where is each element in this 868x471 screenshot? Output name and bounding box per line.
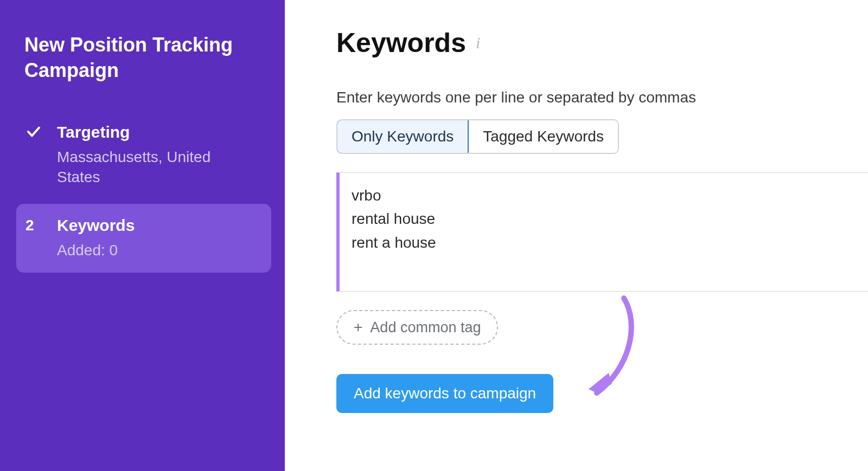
- tab-only-keywords[interactable]: Only Keywords: [336, 119, 469, 154]
- instruction-text: Enter keywords one per line or separated…: [336, 89, 868, 106]
- info-icon[interactable]: i: [476, 34, 480, 52]
- tab-tagged-keywords[interactable]: Tagged Keywords: [468, 120, 618, 153]
- plus-icon: +: [354, 319, 362, 336]
- main-content: Keywords i Enter keywords one per line o…: [285, 0, 868, 471]
- wizard-sidebar: New Position Tracking Campaign Targeting…: [0, 0, 285, 471]
- page-title-text: Keywords: [336, 27, 466, 59]
- add-keywords-button[interactable]: Add keywords to campaign: [336, 374, 553, 413]
- step-sublabel: Massachusetts, United States: [57, 147, 258, 188]
- add-common-tag-button[interactable]: + Add common tag: [336, 310, 498, 345]
- page-title: Keywords i: [336, 27, 868, 59]
- wizard-step-keywords[interactable]: 2 Keywords Added: 0: [16, 204, 271, 273]
- add-tag-label: Add common tag: [370, 319, 481, 336]
- keyword-mode-segmented: Only Keywords Tagged Keywords: [336, 119, 619, 154]
- check-icon: [25, 124, 42, 140]
- wizard-step-targeting[interactable]: Targeting Massachusetts, United States: [16, 111, 271, 200]
- step-sublabel: Added: 0: [57, 240, 258, 261]
- keywords-textarea[interactable]: vrbo rental house rent a house: [336, 172, 868, 292]
- step-number: 2: [25, 217, 34, 234]
- step-label: Keywords: [57, 215, 258, 236]
- sidebar-title: New Position Tracking Campaign: [24, 33, 269, 83]
- step-label: Targeting: [57, 121, 258, 143]
